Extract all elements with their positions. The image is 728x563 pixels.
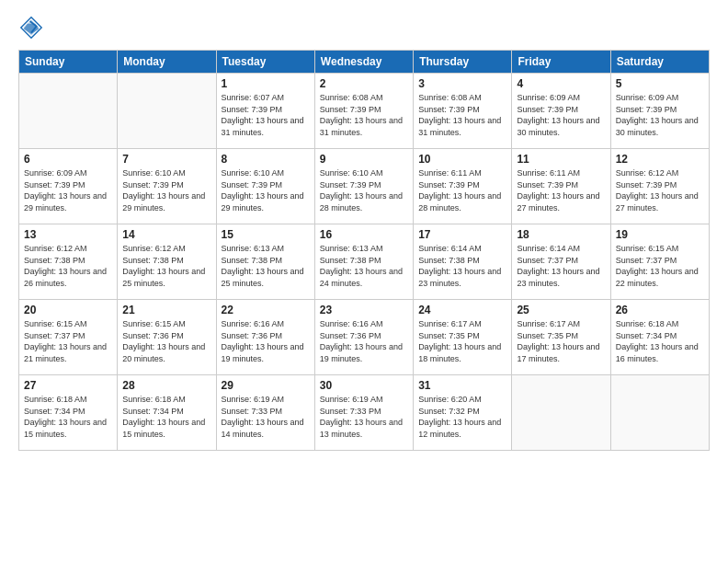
calendar-cell: 18Sunrise: 6:14 AM Sunset: 7:37 PM Dayli… xyxy=(512,224,610,300)
calendar-cell xyxy=(19,74,118,149)
day-info: Sunrise: 6:17 AM Sunset: 7:35 PM Dayligh… xyxy=(418,318,506,364)
day-number: 30 xyxy=(320,379,408,392)
day-number: 8 xyxy=(222,153,310,166)
calendar-week-1: 1Sunrise: 6:07 AM Sunset: 7:39 PM Daylig… xyxy=(19,74,710,149)
day-info: Sunrise: 6:12 AM Sunset: 7:39 PM Dayligh… xyxy=(616,167,704,213)
calendar-cell xyxy=(512,375,610,451)
calendar-cell: 8Sunrise: 6:10 AM Sunset: 7:39 PM Daylig… xyxy=(216,149,314,224)
day-info: Sunrise: 6:13 AM Sunset: 7:38 PM Dayligh… xyxy=(222,243,310,289)
calendar-cell: 9Sunrise: 6:10 AM Sunset: 7:39 PM Daylig… xyxy=(314,149,413,224)
calendar-cell: 26Sunrise: 6:18 AM Sunset: 7:34 PM Dayli… xyxy=(610,300,709,375)
day-number: 16 xyxy=(320,228,408,241)
day-info: Sunrise: 6:12 AM Sunset: 7:38 PM Dayligh… xyxy=(24,243,112,289)
calendar-week-4: 20Sunrise: 6:15 AM Sunset: 7:37 PM Dayli… xyxy=(19,300,710,375)
day-number: 3 xyxy=(418,77,506,90)
day-number: 5 xyxy=(616,77,704,90)
day-number: 18 xyxy=(517,228,605,241)
day-info: Sunrise: 6:12 AM Sunset: 7:38 PM Dayligh… xyxy=(122,243,210,289)
calendar-header-thursday: Thursday xyxy=(414,51,512,74)
page: SundayMondayTuesdayWednesdayThursdayFrid… xyxy=(0,0,728,563)
day-number: 24 xyxy=(418,304,506,316)
day-number: 4 xyxy=(517,77,605,90)
day-number: 12 xyxy=(616,153,704,166)
day-info: Sunrise: 6:15 AM Sunset: 7:36 PM Dayligh… xyxy=(122,318,210,364)
day-number: 15 xyxy=(222,228,310,241)
day-number: 26 xyxy=(616,304,704,316)
calendar-cell: 30Sunrise: 6:19 AM Sunset: 7:33 PM Dayli… xyxy=(314,375,413,451)
calendar-cell: 20Sunrise: 6:15 AM Sunset: 7:37 PM Dayli… xyxy=(19,300,118,375)
calendar-cell: 13Sunrise: 6:12 AM Sunset: 7:38 PM Dayli… xyxy=(19,224,118,300)
day-number: 28 xyxy=(122,379,210,392)
calendar-cell: 22Sunrise: 6:16 AM Sunset: 7:36 PM Dayli… xyxy=(216,300,314,375)
calendar-cell: 4Sunrise: 6:09 AM Sunset: 7:39 PM Daylig… xyxy=(512,74,610,149)
day-info: Sunrise: 6:17 AM Sunset: 7:35 PM Dayligh… xyxy=(517,318,605,364)
calendar-cell: 7Sunrise: 6:10 AM Sunset: 7:39 PM Daylig… xyxy=(118,149,216,224)
logo xyxy=(18,15,48,40)
day-info: Sunrise: 6:08 AM Sunset: 7:39 PM Dayligh… xyxy=(418,92,506,138)
day-number: 1 xyxy=(222,77,310,90)
calendar-cell: 29Sunrise: 6:19 AM Sunset: 7:33 PM Dayli… xyxy=(216,375,314,451)
calendar-cell: 16Sunrise: 6:13 AM Sunset: 7:38 PM Dayli… xyxy=(314,224,413,300)
day-info: Sunrise: 6:19 AM Sunset: 7:33 PM Dayligh… xyxy=(320,394,408,440)
day-number: 10 xyxy=(418,153,506,166)
calendar-header-friday: Friday xyxy=(512,51,610,74)
calendar-header-monday: Monday xyxy=(118,51,216,74)
day-number: 2 xyxy=(320,77,408,90)
calendar-cell: 25Sunrise: 6:17 AM Sunset: 7:35 PM Dayli… xyxy=(512,300,610,375)
calendar-header-tuesday: Tuesday xyxy=(216,51,314,74)
day-info: Sunrise: 6:20 AM Sunset: 7:32 PM Dayligh… xyxy=(418,394,506,440)
day-info: Sunrise: 6:14 AM Sunset: 7:37 PM Dayligh… xyxy=(517,243,605,289)
calendar-cell: 14Sunrise: 6:12 AM Sunset: 7:38 PM Dayli… xyxy=(118,224,216,300)
calendar-cell: 2Sunrise: 6:08 AM Sunset: 7:39 PM Daylig… xyxy=(314,74,413,149)
header xyxy=(18,15,710,40)
day-info: Sunrise: 6:14 AM Sunset: 7:38 PM Dayligh… xyxy=(418,243,506,289)
day-number: 6 xyxy=(24,153,112,166)
calendar-cell: 19Sunrise: 6:15 AM Sunset: 7:37 PM Dayli… xyxy=(610,224,709,300)
calendar-cell: 15Sunrise: 6:13 AM Sunset: 7:38 PM Dayli… xyxy=(216,224,314,300)
day-info: Sunrise: 6:18 AM Sunset: 7:34 PM Dayligh… xyxy=(122,394,210,440)
day-number: 31 xyxy=(418,379,506,392)
day-info: Sunrise: 6:16 AM Sunset: 7:36 PM Dayligh… xyxy=(222,318,310,364)
calendar-cell: 28Sunrise: 6:18 AM Sunset: 7:34 PM Dayli… xyxy=(118,375,216,451)
calendar-header-saturday: Saturday xyxy=(610,51,709,74)
calendar-cell: 24Sunrise: 6:17 AM Sunset: 7:35 PM Dayli… xyxy=(414,300,512,375)
day-number: 22 xyxy=(222,304,310,316)
calendar-header-sunday: Sunday xyxy=(19,51,118,74)
day-number: 17 xyxy=(418,228,506,241)
day-number: 23 xyxy=(320,304,408,316)
day-info: Sunrise: 6:08 AM Sunset: 7:39 PM Dayligh… xyxy=(320,92,408,138)
calendar-cell: 27Sunrise: 6:18 AM Sunset: 7:34 PM Dayli… xyxy=(19,375,118,451)
calendar-cell: 1Sunrise: 6:07 AM Sunset: 7:39 PM Daylig… xyxy=(216,74,314,149)
day-number: 9 xyxy=(320,153,408,166)
day-number: 13 xyxy=(24,228,112,241)
day-number: 7 xyxy=(122,153,210,166)
logo-icon xyxy=(18,15,44,40)
calendar-cell xyxy=(610,375,709,451)
calendar-cell: 21Sunrise: 6:15 AM Sunset: 7:36 PM Dayli… xyxy=(118,300,216,375)
day-number: 21 xyxy=(122,304,210,316)
calendar-cell xyxy=(118,74,216,149)
day-info: Sunrise: 6:18 AM Sunset: 7:34 PM Dayligh… xyxy=(616,318,704,364)
calendar-cell: 11Sunrise: 6:11 AM Sunset: 7:39 PM Dayli… xyxy=(512,149,610,224)
calendar-week-5: 27Sunrise: 6:18 AM Sunset: 7:34 PM Dayli… xyxy=(19,375,710,451)
day-info: Sunrise: 6:10 AM Sunset: 7:39 PM Dayligh… xyxy=(320,167,408,213)
calendar-cell: 6Sunrise: 6:09 AM Sunset: 7:39 PM Daylig… xyxy=(19,149,118,224)
day-number: 27 xyxy=(24,379,112,392)
day-number: 29 xyxy=(222,379,310,392)
day-info: Sunrise: 6:15 AM Sunset: 7:37 PM Dayligh… xyxy=(24,318,112,364)
calendar-cell: 31Sunrise: 6:20 AM Sunset: 7:32 PM Dayli… xyxy=(414,375,512,451)
day-info: Sunrise: 6:09 AM Sunset: 7:39 PM Dayligh… xyxy=(616,92,704,138)
day-number: 11 xyxy=(517,153,605,166)
calendar-table: SundayMondayTuesdayWednesdayThursdayFrid… xyxy=(18,50,710,451)
calendar-cell: 3Sunrise: 6:08 AM Sunset: 7:39 PM Daylig… xyxy=(414,74,512,149)
day-number: 14 xyxy=(122,228,210,241)
calendar-week-2: 6Sunrise: 6:09 AM Sunset: 7:39 PM Daylig… xyxy=(19,149,710,224)
day-info: Sunrise: 6:11 AM Sunset: 7:39 PM Dayligh… xyxy=(517,167,605,213)
day-info: Sunrise: 6:19 AM Sunset: 7:33 PM Dayligh… xyxy=(222,394,310,440)
day-info: Sunrise: 6:18 AM Sunset: 7:34 PM Dayligh… xyxy=(24,394,112,440)
day-info: Sunrise: 6:10 AM Sunset: 7:39 PM Dayligh… xyxy=(122,167,210,213)
calendar-header-wednesday: Wednesday xyxy=(314,51,413,74)
day-number: 19 xyxy=(616,228,704,241)
calendar-week-3: 13Sunrise: 6:12 AM Sunset: 7:38 PM Dayli… xyxy=(19,224,710,300)
day-info: Sunrise: 6:15 AM Sunset: 7:37 PM Dayligh… xyxy=(616,243,704,289)
